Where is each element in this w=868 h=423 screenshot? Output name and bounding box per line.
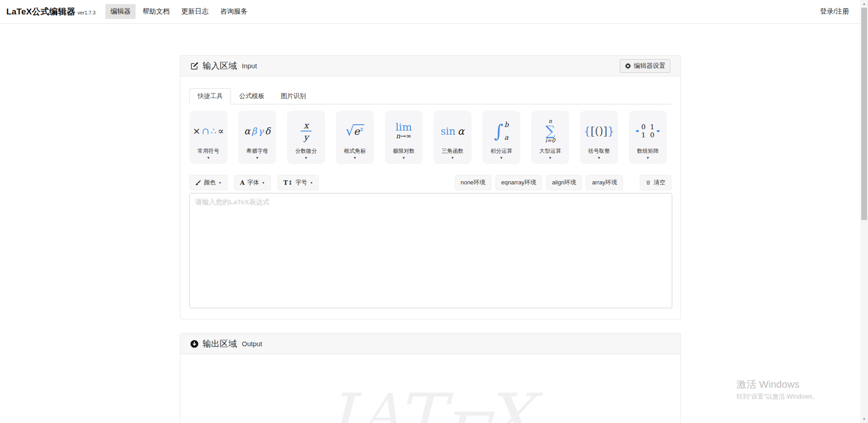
- tab-quick-tools[interactable]: 快捷工具: [189, 88, 231, 104]
- caret-down-icon: ▼: [218, 181, 222, 184]
- tool-label: 数组矩阵: [637, 148, 659, 154]
- latex-expression-input[interactable]: [189, 193, 672, 308]
- caret-down-icon: ▼: [451, 155, 454, 161]
- tool-array-matrix[interactable]: 0 1 1 0 数组矩阵 ▼: [629, 111, 667, 164]
- nav-item-changelog[interactable]: 更新日志: [176, 4, 213, 19]
- gear-icon: [625, 63, 631, 69]
- sum-preview: n ∑ i=0: [545, 114, 555, 148]
- nav-item-consult[interactable]: 咨询服务: [215, 4, 252, 19]
- tool-limit-logarithm[interactable]: lim n→∞ 极限对数 ▼: [385, 111, 423, 164]
- tool-large-operators[interactable]: n ∑ i=0 大型运算 ▼: [531, 111, 569, 164]
- tool-label: 分数微分: [295, 148, 317, 154]
- tool-label: 常用符号: [198, 148, 219, 154]
- nav-item-editor[interactable]: 编辑器: [105, 4, 136, 19]
- input-panel-body: 快捷工具 公式模板 图片识别 × ∩ ∴ ∝ 常用符号 ▼: [180, 88, 680, 310]
- editor-settings-button[interactable]: 编辑器设置: [620, 59, 670, 73]
- tab-formula-templates[interactable]: 公式模板: [231, 88, 273, 104]
- math-glyph: {: [584, 125, 590, 137]
- vertical-scrollbar[interactable]: ▲ ▼: [860, 0, 868, 423]
- tool-brackets-rounding[interactable]: {[()]} 括号取整 ▼: [580, 111, 618, 164]
- fraction-preview: x y: [301, 114, 311, 148]
- tab-image-recognition[interactable]: 图片识别: [273, 88, 314, 104]
- caret-down-icon: ▼: [262, 181, 265, 184]
- env-array-button[interactable]: array环境: [586, 175, 623, 190]
- math-glyph: 1: [650, 123, 655, 131]
- tool-label: 三角函数: [442, 148, 463, 154]
- math-glyph: β: [251, 127, 257, 136]
- activate-windows-line1: 激活 Windows: [736, 379, 819, 390]
- caret-down-icon: ▼: [304, 155, 308, 161]
- math-glyph: ∫: [494, 122, 504, 141]
- caret-down-icon: ▼: [310, 181, 313, 184]
- math-glyph: 0: [650, 131, 655, 139]
- tool-label: 希腊字母: [246, 148, 268, 154]
- math-glyph: [()]: [590, 125, 607, 137]
- brand: LaTeX公式编辑器 ver1.7.3: [6, 6, 95, 18]
- editor-settings-label: 编辑器设置: [634, 62, 665, 70]
- caret-down-icon: ▼: [597, 155, 601, 161]
- environment-buttons-group: none环境 eqnarray环境 align环境 array环境 清空: [455, 175, 671, 190]
- tool-label: 括号取整: [588, 148, 610, 154]
- edit-icon: [190, 62, 198, 70]
- scrollbar-down-arrow-icon[interactable]: ▼: [860, 415, 868, 423]
- matrix-preview: 0 1 1 0: [636, 114, 659, 148]
- output-title-text: 输出区域: [203, 338, 237, 350]
- font-dropdown-button[interactable]: A 字体 ▼: [234, 175, 271, 190]
- math-glyph: lim: [396, 122, 412, 132]
- tool-integral-operations[interactable]: ∫ b a 积分运算 ▼: [482, 111, 520, 164]
- tool-radical-subscript[interactable]: √ ex 根式角标 ▼: [336, 111, 374, 164]
- color-label: 颜色: [204, 179, 216, 187]
- clear-button[interactable]: 清空: [640, 175, 671, 190]
- input-title-text: 输入区域: [203, 60, 237, 72]
- nav-item-help-docs[interactable]: 帮助文档: [137, 4, 175, 19]
- fraction-bar: [301, 131, 311, 132]
- color-dropdown-button[interactable]: 颜色 ▼: [189, 175, 227, 190]
- tool-trig-functions[interactable]: sinα 三角函数 ▼: [434, 111, 472, 164]
- quick-tools-row: × ∩ ∴ ∝ 常用符号 ▼ α β γ δ 希腊字母: [189, 111, 671, 164]
- clear-label: 清空: [654, 179, 665, 187]
- math-glyph: α: [244, 127, 250, 136]
- nav-menu: 编辑器 帮助文档 更新日志 咨询服务: [105, 4, 252, 19]
- input-tabs: 快捷工具 公式模板 图片识别: [189, 88, 671, 104]
- env-align-label: align环境: [552, 179, 576, 187]
- env-array-label: array环境: [592, 179, 617, 187]
- tool-label: 极限对数: [393, 148, 415, 154]
- math-glyph: 1: [641, 131, 646, 139]
- env-none-label: none环境: [461, 179, 486, 187]
- output-panel-title: 输出区域 Output: [190, 338, 262, 350]
- font-size-icon: T↕: [283, 179, 293, 186]
- math-glyph: ×: [193, 127, 201, 136]
- env-none-button[interactable]: none环境: [455, 175, 491, 190]
- math-glyph: n: [396, 132, 401, 140]
- wm-glyph: A: [362, 382, 401, 423]
- math-glyph: a: [505, 133, 509, 141]
- math-glyph: →∞: [400, 132, 411, 140]
- brackets-preview: {[()]}: [584, 114, 614, 148]
- env-align-button[interactable]: align环境: [546, 175, 582, 190]
- tool-label: 根式角标: [344, 148, 366, 154]
- math-glyph: y: [304, 132, 309, 141]
- trig-preview: sinα: [441, 114, 464, 148]
- trash-icon: [646, 180, 651, 185]
- math-glyph: γ: [258, 127, 264, 136]
- common-symbols-preview: × ∩ ∴ ∝: [193, 114, 224, 148]
- math-glyph: δ: [265, 127, 270, 136]
- output-panel-header: 输出区域 Output: [180, 334, 680, 354]
- math-glyph: α: [458, 126, 464, 137]
- matrix-right-bracket: [657, 130, 660, 132]
- tool-greek-letters[interactable]: α β γ δ 希腊字母 ▼: [238, 111, 276, 164]
- input-title-en: Input: [242, 62, 257, 70]
- input-panel-header: 输入区域 Input 编辑器设置: [180, 56, 680, 76]
- scrollbar-thumb[interactable]: [861, 8, 867, 220]
- math-glyph: ∝: [218, 127, 224, 136]
- math-glyph: 0: [641, 123, 646, 131]
- env-eqnarray-button[interactable]: eqnarray环境: [495, 175, 542, 190]
- tool-common-symbols[interactable]: × ∩ ∴ ∝ 常用符号 ▼: [189, 111, 227, 164]
- scrollbar-up-arrow-icon[interactable]: ▲: [860, 0, 868, 8]
- windows-activation-watermark: 激活 Windows 转到“设置”以激活 Windows。: [736, 379, 819, 401]
- font-size-dropdown-button[interactable]: T↕ 字号 ▼: [278, 175, 319, 190]
- math-glyph: }: [608, 125, 614, 137]
- radical-preview: √ ex: [345, 114, 364, 148]
- login-register-link[interactable]: 登录/注册: [820, 7, 849, 16]
- tool-fraction-derivative[interactable]: x y 分数微分 ▼: [287, 111, 325, 164]
